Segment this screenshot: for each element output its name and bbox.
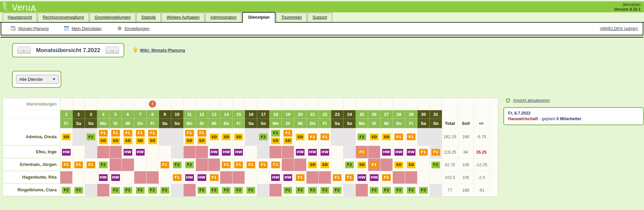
tab-rechnungsverwaltung[interactable]: Rechnungsverwaltung bbox=[38, 13, 89, 22]
roster-cell[interactable]: F1 bbox=[73, 159, 85, 171]
roster-cell[interactable]: F1 bbox=[257, 159, 270, 171]
roster-cell[interactable]: F1 bbox=[343, 171, 356, 184]
toolbar-item-monats-planung[interactable]: Monats-Planung bbox=[11, 26, 49, 32]
roster-cell[interactable] bbox=[122, 171, 134, 184]
roster-cell[interactable]: F1 bbox=[393, 128, 405, 146]
tab-weitere-aufgaben[interactable]: Weitere Aufgaben bbox=[162, 13, 205, 22]
roster-cell[interactable]: F2 bbox=[331, 184, 343, 197]
roster-cell[interactable]: HW bbox=[393, 146, 405, 159]
prev-month-button[interactable]: ← bbox=[17, 47, 31, 54]
roster-cell[interactable]: F1SD bbox=[122, 128, 134, 146]
roster-cell[interactable] bbox=[184, 184, 196, 197]
roster-cell[interactable] bbox=[147, 159, 159, 171]
refresh-view-link[interactable]: Ansicht aktualisieren bbox=[513, 98, 550, 103]
toolbar-item-mein-dienstplan[interactable]: Mein Dienstplan bbox=[64, 26, 102, 32]
roster-cell[interactable]: F1 bbox=[331, 171, 343, 184]
roster-cell[interactable] bbox=[134, 159, 147, 171]
roster-cell[interactable] bbox=[368, 146, 380, 159]
roster-cell[interactable]: F2 bbox=[380, 184, 393, 197]
roster-cell[interactable] bbox=[208, 159, 221, 171]
roster-cell[interactable]: HW bbox=[196, 171, 208, 184]
roster-cell[interactable]: F2 bbox=[196, 184, 208, 197]
roster-cell[interactable]: F2 bbox=[282, 184, 294, 197]
roster-cell[interactable]: F2 bbox=[257, 128, 270, 146]
roster-cell[interactable]: F1SD bbox=[184, 128, 196, 146]
roster-cell[interactable] bbox=[73, 128, 85, 146]
roster-cell[interactable]: HW bbox=[380, 146, 393, 159]
roster-cell[interactable] bbox=[196, 159, 208, 171]
roster-cell[interactable] bbox=[73, 146, 85, 159]
roster-cell[interactable]: F1 bbox=[417, 146, 430, 159]
roster-cell[interactable] bbox=[430, 184, 442, 197]
roster-cell[interactable]: F1 bbox=[220, 159, 233, 171]
roster-cell[interactable] bbox=[257, 146, 270, 159]
roster-cell[interactable] bbox=[147, 171, 159, 184]
roster-cell[interactable]: F2 bbox=[110, 184, 122, 197]
roster-cell[interactable]: F1 bbox=[270, 159, 282, 171]
roster-cell[interactable] bbox=[97, 184, 110, 197]
roster-cell[interactable]: SD bbox=[294, 128, 307, 146]
roster-cell[interactable]: F2 bbox=[184, 159, 196, 171]
roster-cell[interactable] bbox=[171, 146, 184, 159]
roster-cell[interactable]: F2 bbox=[73, 184, 85, 197]
roster-cell[interactable] bbox=[356, 184, 368, 197]
roster-cell[interactable]: F2 bbox=[245, 184, 257, 197]
roster-cell[interactable]: F2SD bbox=[270, 128, 282, 146]
roster-cell[interactable] bbox=[85, 184, 97, 197]
roster-cell[interactable]: HW bbox=[307, 146, 319, 159]
roster-cell[interactable] bbox=[417, 171, 430, 184]
roster-cell[interactable]: SD bbox=[393, 159, 405, 171]
roster-cell[interactable] bbox=[343, 146, 356, 159]
roster-cell[interactable]: SD bbox=[319, 159, 331, 171]
roster-cell[interactable]: HW bbox=[270, 171, 282, 184]
roster-cell[interactable]: F2 bbox=[368, 184, 380, 197]
roster-cell[interactable]: F1 bbox=[159, 159, 171, 171]
warning-icon[interactable]: ! bbox=[149, 101, 156, 107]
roster-cell[interactable]: F2 bbox=[60, 184, 73, 197]
roster-cell[interactable]: HW bbox=[184, 171, 196, 184]
roster-cell[interactable] bbox=[282, 159, 294, 171]
roster-cell[interactable] bbox=[159, 128, 171, 146]
roster-cell[interactable]: SD bbox=[233, 128, 245, 146]
roster-cell[interactable]: F2 bbox=[356, 128, 368, 146]
tab-dienstplan[interactable]: Dienstplan bbox=[242, 12, 276, 23]
roster-cell[interactable] bbox=[245, 146, 257, 159]
roster-cell[interactable]: HW bbox=[134, 146, 147, 159]
roster-cell[interactable]: F2 bbox=[147, 184, 159, 197]
roster-cell[interactable]: F2 bbox=[159, 184, 171, 197]
toolbar-item-einstellungen[interactable]: Einstellungen bbox=[117, 26, 150, 32]
roster-cell[interactable]: F2 bbox=[233, 184, 245, 197]
roster-cell[interactable]: F2 bbox=[134, 184, 147, 197]
tab-administration[interactable]: Administration bbox=[205, 13, 242, 22]
roster-cell[interactable] bbox=[245, 128, 257, 146]
roster-cell[interactable] bbox=[405, 171, 417, 184]
roster-cell[interactable] bbox=[73, 171, 85, 184]
roster-cell[interactable]: HW bbox=[294, 146, 307, 159]
roster-cell[interactable] bbox=[171, 128, 184, 146]
roster-cell[interactable] bbox=[257, 184, 270, 197]
roster-cell[interactable]: SD bbox=[220, 128, 233, 146]
roster-cell[interactable]: SD bbox=[307, 159, 319, 171]
roster-cell[interactable] bbox=[159, 171, 171, 184]
roster-cell[interactable]: F2 bbox=[393, 184, 405, 197]
roster-cell[interactable]: F1 bbox=[430, 146, 442, 159]
roster-cell[interactable]: SD bbox=[368, 128, 380, 146]
roster-cell[interactable] bbox=[220, 171, 233, 184]
roster-cell[interactable] bbox=[85, 171, 97, 184]
roster-cell[interactable] bbox=[417, 159, 430, 171]
roster-cell[interactable] bbox=[97, 146, 110, 159]
roster-cell[interactable]: F2 bbox=[85, 128, 97, 146]
roster-cell[interactable] bbox=[380, 159, 393, 171]
roster-cell[interactable]: HW bbox=[319, 146, 331, 159]
service-filter-select[interactable]: Alle Dienste bbox=[16, 75, 59, 84]
next-month-button[interactable]: → bbox=[106, 47, 119, 54]
roster-cell[interactable]: F1 bbox=[60, 159, 73, 171]
roster-cell[interactable] bbox=[331, 146, 343, 159]
roster-cell[interactable]: F2 bbox=[294, 184, 307, 197]
roster-cell[interactable]: SD bbox=[405, 159, 417, 171]
roster-cell[interactable]: F2 bbox=[171, 159, 184, 171]
roster-cell[interactable] bbox=[147, 146, 159, 159]
roster-cell[interactable]: F1 bbox=[307, 128, 319, 146]
roster-cell[interactable]: F1SD bbox=[110, 128, 122, 146]
roster-cell[interactable]: F2 bbox=[220, 184, 233, 197]
